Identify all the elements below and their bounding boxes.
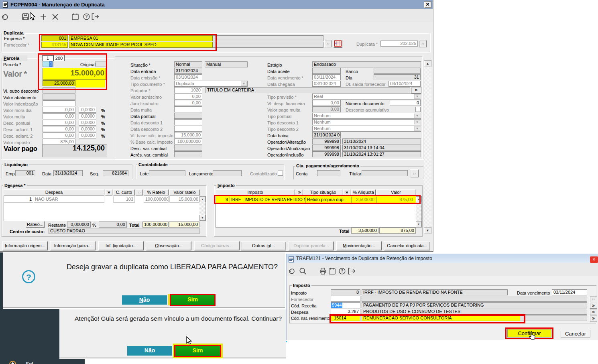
- svg-text:?: ?: [341, 269, 343, 273]
- svg-text:?: ?: [85, 14, 87, 19]
